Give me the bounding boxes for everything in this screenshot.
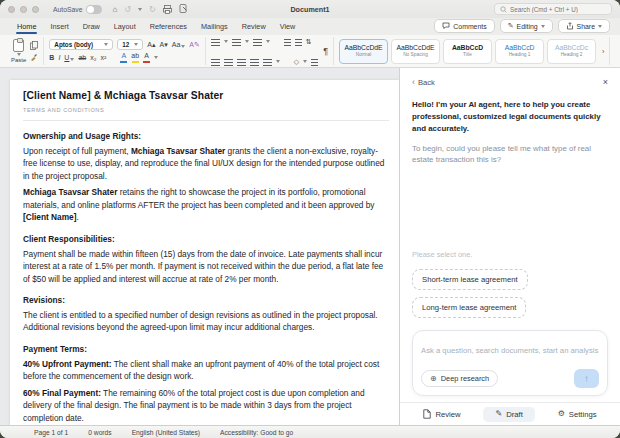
tab-settings-label: Settings xyxy=(569,410,597,419)
editing-label: Editing xyxy=(517,23,538,30)
bold-icon[interactable]: B xyxy=(49,54,54,61)
font-size-value: 12 xyxy=(122,41,129,48)
document-heading: Client Responsibilities: xyxy=(23,234,389,244)
close-window-button[interactable] xyxy=(8,6,15,13)
font-name-value: Aptos (body) xyxy=(54,41,93,48)
tab-review[interactable]: Review xyxy=(411,406,472,422)
chevron-down-icon xyxy=(598,25,602,28)
superscript-icon[interactable]: x² xyxy=(100,54,106,61)
word-window: AutoSave ⌂ ↺ ↻ Document1 HomeInsertDrawL… xyxy=(0,0,620,438)
font-group: Aptos (body) 12 A▴ A▾ Aa A✎ B I U xyxy=(44,37,205,65)
shading-icon[interactable]: ◇ xyxy=(294,58,299,65)
copy-icon[interactable] xyxy=(30,41,38,50)
document-paragraph: 60% Final Payment: The remaining 60% of … xyxy=(23,387,389,424)
tab-home[interactable]: Home xyxy=(10,19,43,35)
assistant-question: To begin, could you please tell me what … xyxy=(412,143,608,167)
assistant-footer-tabs: Review ✎ Draft ⚙ Settings xyxy=(400,402,620,425)
autosave-label: AutoSave xyxy=(53,6,82,13)
autosave-control[interactable]: AutoSave xyxy=(53,5,102,14)
strikethrough-icon[interactable]: ab xyxy=(78,54,86,61)
document-area: [Client Name] & Mchiaga Tsavsar Shater T… xyxy=(0,68,400,425)
tab-draft-label: Draft xyxy=(506,410,523,419)
style-title[interactable]: AaBbCcDTitle xyxy=(443,39,492,64)
font-color-icon[interactable]: A xyxy=(143,52,150,63)
tab-view[interactable]: View xyxy=(273,19,303,35)
select-prompt: Please select one. xyxy=(412,250,608,259)
style-no-spacing[interactable]: AaBbCcDdENo Spacing xyxy=(391,39,440,64)
paragraph-group: ⇅ ◇ ¶ xyxy=(206,37,334,65)
assistant-input[interactable] xyxy=(421,346,599,355)
paste-button[interactable]: Paste xyxy=(11,39,26,63)
clear-formatting-icon[interactable]: A✎ xyxy=(189,41,200,48)
text-effects-icon[interactable]: A xyxy=(120,52,127,63)
tab-settings[interactable]: ⚙ Settings xyxy=(546,407,609,422)
minimize-window-button[interactable] xyxy=(20,6,27,13)
share-label: Share xyxy=(577,23,595,30)
deep-research-label: Deep research xyxy=(441,374,489,383)
document-paragraph: Mchiaga Tsavsar Shater retains the right… xyxy=(23,186,389,223)
send-button[interactable]: ↑ xyxy=(574,369,599,388)
undo-icon[interactable]: ↺ xyxy=(124,5,131,14)
change-case-icon[interactable]: Aa xyxy=(172,41,186,48)
titlebar-search[interactable] xyxy=(494,3,612,15)
share-button[interactable]: Share xyxy=(558,19,610,33)
chevron-down-icon xyxy=(104,43,108,46)
document-heading: Revisions: xyxy=(23,295,389,305)
undo-caret-icon[interactable] xyxy=(138,8,142,11)
tab-references[interactable]: References xyxy=(143,19,194,35)
back-button[interactable]: ‹ Back xyxy=(412,77,435,87)
document-paragraph: Payment shall be made within fifteen (15… xyxy=(23,248,389,285)
doc-subtitle: TERMS AND CONDITIONS xyxy=(23,107,389,113)
zoom-window-button[interactable] xyxy=(32,6,39,13)
style-normal[interactable]: AaBbCcDdENormal xyxy=(339,39,388,64)
divider xyxy=(23,120,389,121)
font-size-select[interactable]: 12 xyxy=(117,39,143,50)
format-brush-icon[interactable] xyxy=(30,53,38,61)
styles-gallery: AaBbCcDdENormalAaBbCcDdENo SpacingAaBbCc… xyxy=(334,37,610,65)
comments-button[interactable]: Comments xyxy=(434,19,494,33)
tab-draw[interactable]: Draw xyxy=(76,19,107,35)
choice-short-term-lease-agreement[interactable]: Short-term lease agreement xyxy=(412,269,528,290)
shrink-font-icon[interactable]: A▾ xyxy=(160,41,168,48)
deep-research-button[interactable]: ⊕ Deep research xyxy=(421,370,498,387)
tab-insert[interactable]: Insert xyxy=(43,19,75,35)
editing-mode-button[interactable]: ✎ Editing xyxy=(500,19,553,33)
document-heading: Ownership and Usage Rights: xyxy=(23,131,389,141)
tab-review-label: Review xyxy=(435,410,460,419)
back-label: Back xyxy=(418,78,435,87)
subscript-icon[interactable]: x₂ xyxy=(90,54,96,61)
window-controls xyxy=(8,6,39,13)
clipboard-icon xyxy=(13,39,24,52)
home-icon[interactable]: ⌂ xyxy=(112,5,117,14)
font-name-select[interactable]: Aptos (body) xyxy=(49,39,113,50)
pencil-icon: ✎ xyxy=(508,22,514,30)
document-page[interactable]: [Client Name] & Mchiaga Tsavsar Shater T… xyxy=(10,80,399,425)
pilcrow-icon[interactable]: ¶ xyxy=(323,47,328,56)
tab-draft[interactable]: ✎ Draft xyxy=(483,407,534,422)
grow-font-icon[interactable]: A▴ xyxy=(147,41,155,48)
pencil-icon: ✎ xyxy=(495,410,502,418)
tab-review[interactable]: Review xyxy=(235,19,273,35)
choice-long-term-lease-agreement[interactable]: Long-term lease agreement xyxy=(412,297,526,318)
style-heading-1[interactable]: AaBbCcDHeading 1 xyxy=(495,39,544,64)
print-icon[interactable] xyxy=(163,5,172,14)
dictate-button[interactable]: Dictate xyxy=(610,37,620,65)
search-input[interactable] xyxy=(510,6,606,13)
tab-mailings[interactable]: Mailings xyxy=(194,19,235,35)
language-indicator[interactable]: English (United States) xyxy=(132,429,200,436)
sort-icon[interactable]: ⇅ xyxy=(306,38,312,45)
word-count[interactable]: 0 words xyxy=(88,429,111,436)
format-painter-icon[interactable] xyxy=(179,4,188,14)
page-count[interactable]: Page 1 of 1 xyxy=(34,429,68,436)
accessibility-status[interactable]: Accessibility: Good to go xyxy=(220,429,293,436)
style-heading-2[interactable]: AaBbCcDcHeading 2 xyxy=(547,39,596,64)
redo-icon[interactable]: ↻ xyxy=(149,5,156,14)
tab-layout[interactable]: Layout xyxy=(107,19,143,35)
italic-icon[interactable]: I xyxy=(58,54,60,61)
underline-icon[interactable]: U xyxy=(64,54,74,61)
autosave-toggle[interactable] xyxy=(86,5,102,14)
gallery-more-icon[interactable]: › xyxy=(599,39,607,64)
close-panel-icon[interactable]: × xyxy=(603,77,608,87)
highlight-color-icon[interactable]: ab xyxy=(131,52,139,63)
status-bar: Page 1 of 1 0 words English (United Stat… xyxy=(0,425,620,438)
